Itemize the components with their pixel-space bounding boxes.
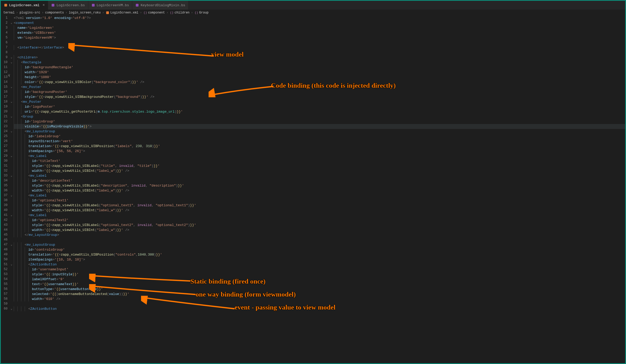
code-line[interactable]: id='descriptionText': [14, 178, 625, 183]
breadcrumb-item[interactable]: children: [175, 11, 190, 15]
code-line[interactable]: width='610' />: [14, 297, 625, 301]
code-line[interactable]: </mv_LayoutGroup>: [14, 232, 625, 237]
fold-chevron-icon[interactable]: ⌄: [9, 60, 14, 65]
code-line[interactable]: <mv_Poster: [14, 99, 625, 104]
code-line[interactable]: itemSpacings='[10, 10, 10]'>: [14, 257, 625, 262]
code-line[interactable]: <mv_Label: [14, 173, 625, 178]
code-line[interactable]: [14, 237, 625, 242]
code-line[interactable]: width='{{=zapp_viewUtils_UIBInt("label_w…: [14, 228, 625, 232]
fold-chevron-icon[interactable]: ⌄: [9, 129, 14, 134]
code-line[interactable]: translation='{{=zapp_viewUtils_UIBPositi…: [14, 144, 625, 149]
breadcrumb-item[interactable]: component: [148, 11, 165, 15]
code-line[interactable]: <ZActionButton: [14, 306, 625, 311]
code-line[interactable]: translation='{{=zapp_viewUtils_UIBPositi…: [14, 252, 625, 257]
breadcrumb-item[interactable]: plugins-src: [19, 11, 40, 15]
fold-chevron-icon[interactable]: ⌄: [9, 173, 14, 178]
code-line[interactable]: [14, 50, 625, 55]
code-line[interactable]: width='{{=zapp_viewUtils_UIBInt("label_w…: [14, 208, 625, 213]
code-line[interactable]: [14, 301, 625, 306]
code-line[interactable]: id='titleText': [14, 159, 625, 163]
code-line[interactable]: <component: [14, 20, 625, 25]
tab-loginscreen-xml[interactable]: LoginScreen.xml ×: [1, 1, 48, 10]
line-number: 11: [1, 65, 8, 70]
code-line[interactable]: id='optionalText2': [14, 218, 625, 223]
code-line[interactable]: id='backgroundPoster': [14, 90, 625, 94]
breadcrumb-item[interactable]: LoginScreen.xml: [110, 11, 138, 15]
code-line[interactable]: text='{{usernameText}}': [14, 282, 625, 287]
fold-chevron-icon[interactable]: ⌄: [9, 262, 14, 267]
code-editor[interactable]: 1234567891011121314151617181920212223242…: [1, 16, 625, 311]
code-line[interactable]: id='loginGroup': [14, 119, 625, 124]
code-line[interactable]: buttonType='{{usernameButtonType}}': [14, 287, 625, 292]
code-line[interactable]: height='1080': [14, 75, 625, 80]
code-line[interactable]: style='{{:inputStyle}}': [14, 272, 625, 277]
line-number-gutter: 1234567891011121314151617181920212223242…: [1, 16, 9, 311]
brace-icon: ⟨⟩: [170, 11, 174, 15]
code-line[interactable]: labelXOffset='9': [14, 277, 625, 282]
tab-loginscreen-bs[interactable]: LoginScreen.bs: [48, 1, 88, 10]
code-line[interactable]: id='optionalText1': [14, 198, 625, 203]
breadcrumb-item[interactable]: Group: [199, 11, 209, 15]
code-line[interactable]: <children>: [14, 55, 625, 60]
code-line[interactable]: itemSpacings='[56, 56, 26]'>: [14, 149, 625, 154]
breadcrumb-item[interactable]: login_screen_roku: [69, 11, 101, 15]
code-line[interactable]: style='{{=zapp_viewUtils_UIBBackgroundPo…: [14, 94, 625, 99]
code-line[interactable]: <interface></interface>: [14, 45, 625, 50]
close-icon[interactable]: ×: [43, 3, 45, 7]
code-line[interactable]: id='controlsGroup': [14, 247, 625, 252]
code-line[interactable]: <Group: [14, 114, 625, 119]
fold-chevron-icon: [9, 272, 14, 277]
code-line[interactable]: <mv_LayoutGroup: [14, 242, 625, 247]
line-number: 13: [1, 75, 8, 80]
fold-chevron-icon[interactable]: ⌄: [9, 55, 14, 60]
code-line[interactable]: visible='{{isMainGroupVisible}}'>: [14, 124, 625, 129]
line-number: 5: [1, 35, 8, 40]
chevron-right-icon: ›: [65, 11, 67, 15]
code-line[interactable]: style='{{=zapp_viewUtils_UIBLabel("optio…: [14, 203, 625, 208]
tab-loginscreenvm-bs[interactable]: LoginScreenVM.bs: [88, 1, 132, 10]
fold-chevron-icon[interactable]: ⌄: [9, 114, 14, 119]
code-line[interactable]: style='{{=zapp_viewUtils_UIBLabel("title…: [14, 163, 625, 168]
fold-chevron-icon[interactable]: ⌄: [9, 20, 14, 25]
code-line[interactable]: layoutDirection='vert': [14, 139, 625, 144]
fold-chevron-icon[interactable]: ⌄: [9, 193, 14, 198]
code-line[interactable]: width='1920': [14, 70, 625, 75]
code-line[interactable]: style='{{=zapp_viewUtils_UIBLabel("descr…: [14, 183, 625, 188]
code-line[interactable]: color='{{=zapp_viewUtils_UIBColor("backg…: [14, 80, 625, 85]
code-line[interactable]: <mv_LayoutGroup: [14, 129, 625, 134]
code-line[interactable]: id='logoPoster': [14, 104, 625, 109]
fold-chevron-icon[interactable]: ⌄: [9, 242, 14, 247]
code-line[interactable]: extends='UIBScreen': [14, 30, 625, 35]
code-line[interactable]: selected='{{(onUsernameButtonSelected(va…: [14, 292, 625, 297]
breadcrumb-item[interactable]: components: [45, 11, 64, 15]
code-line[interactable]: <ZActionButton: [14, 262, 625, 267]
code-line[interactable]: <?xml version='1.0' encoding='utf-8'?>: [14, 16, 625, 20]
fold-chevron-icon[interactable]: ⌄: [9, 213, 14, 218]
fold-chevron-icon[interactable]: ⌄: [9, 85, 14, 90]
code-line[interactable]: width='{{=zapp_viewUtils_UIBInt("label_w…: [14, 188, 625, 193]
line-number: 48: [1, 247, 8, 252]
fold-chevron-icon[interactable]: ⌄: [9, 154, 14, 159]
code-line[interactable]: style='{{=zapp_viewUtils_UIBLabel("optio…: [14, 223, 625, 228]
code-line[interactable]: <Rectangle: [14, 60, 625, 65]
breadcrumb-item[interactable]: ternal: [3, 11, 15, 15]
fold-gutter[interactable]: ⌄⌄⌄⌄⌄⌄⌄⌄⌄⌄⌄⌄⌄⌄: [9, 16, 14, 311]
code-line[interactable]: id='backgroundRectangle': [14, 65, 625, 70]
code-line[interactable]: [14, 40, 625, 45]
code-line[interactable]: width='{{=zapp_viewUtils_UIBInt("label_w…: [14, 168, 625, 173]
fold-chevron-icon[interactable]: ⌄: [9, 99, 14, 104]
code-line[interactable]: <mv_Poster: [14, 85, 625, 90]
code-content[interactable]: view model Code binding (this code is in…: [14, 16, 625, 311]
code-line[interactable]: id='usernameInput': [14, 267, 625, 272]
code-line[interactable]: vm='LoginScreenVM'>: [14, 35, 625, 40]
code-line[interactable]: <mv_Label: [14, 213, 625, 218]
fold-chevron-icon[interactable]: ⌄: [9, 306, 14, 311]
code-line[interactable]: <mv_Label: [14, 154, 625, 159]
code-line[interactable]: id='labelsGroup': [14, 134, 625, 139]
code-line[interactable]: <mv_Label: [14, 193, 625, 198]
tab-keyboarddialogmixin-bs[interactable]: KeyboardDialogMixin.bs: [132, 1, 189, 10]
line-number: 8: [1, 50, 8, 55]
code-line[interactable]: name='LoginScreen': [14, 25, 625, 30]
code-line[interactable]: uri='{{=zapp_viewUtils_getPosterUri(m.to…: [14, 109, 625, 114]
fold-chevron-icon: [9, 232, 14, 237]
